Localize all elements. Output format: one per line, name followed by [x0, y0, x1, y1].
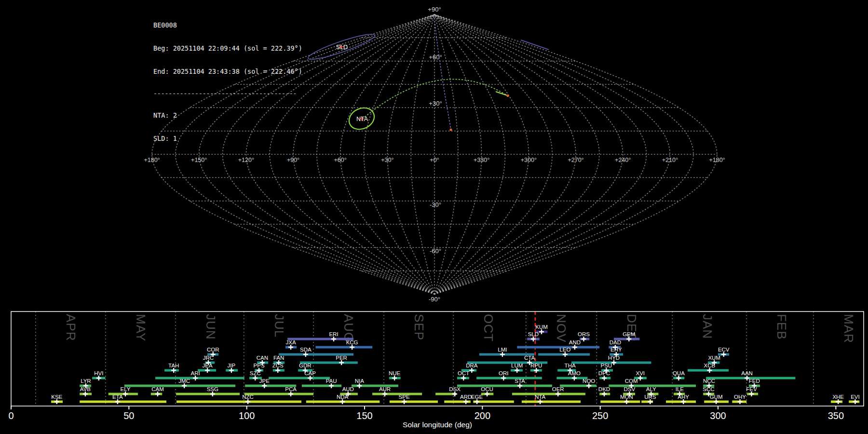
x-tick-label-200: 200: [475, 410, 490, 421]
peak-marker-kse: [54, 399, 59, 404]
peak-marker-gum: [714, 399, 719, 404]
peak-marker-kcg: [350, 345, 354, 350]
shower-label-lmi: LMI: [498, 347, 507, 353]
longitude-label: +30°: [381, 157, 393, 163]
shower-bar-spe: [390, 401, 438, 403]
shower-label-jxa: JXA: [286, 339, 296, 345]
peak-marker-kum: [539, 329, 544, 334]
shower-label-pps: PPS: [254, 363, 265, 368]
shower-bar-ori: [476, 377, 542, 380]
station-id: BE0008: [153, 21, 302, 29]
shower-label-amo: AMO: [568, 370, 581, 376]
shower-label-sta: STA: [515, 378, 525, 384]
shower-label-kse: KSE: [51, 394, 62, 400]
peak-marker-and: [572, 345, 577, 350]
longitude-label: +330°: [474, 157, 489, 163]
shower-label-zcs: ZCS: [272, 363, 284, 368]
shower-label-aud: AUD: [342, 386, 354, 392]
month-label-feb: FEB: [774, 314, 789, 340]
shower-label-hvi: HVI: [94, 370, 103, 376]
shower-label-xum: XUM: [708, 355, 720, 361]
shower-bar-ari: [155, 377, 244, 380]
peak-marker-oer: [556, 392, 560, 396]
shower-label-dra: DRA: [466, 363, 478, 368]
separator-line: --------------------------------------: [153, 91, 302, 96]
shower-label-sld: SLD: [528, 331, 539, 337]
nta-count: NTA: 2: [153, 111, 302, 119]
latitude-label: -30°: [430, 201, 441, 208]
shower-label-xhe: XHE: [832, 394, 844, 400]
x-tick-label-0: 0: [8, 410, 14, 421]
month-label-mar: MAR: [841, 314, 856, 343]
peak-marker-nda: [340, 399, 345, 404]
shower-label-ors: ORS: [578, 331, 590, 337]
shower-bar-cap: [269, 377, 330, 380]
month-label-dec: DEC: [624, 314, 639, 342]
peak-marker-jmc: [182, 383, 187, 388]
shower-label-ori: ORI: [499, 370, 508, 376]
shower-label-gdr: GDR: [299, 363, 312, 368]
shower-label-ocu: OCU: [481, 386, 493, 392]
longitude-label: +90°: [287, 157, 299, 163]
peak-marker-ohy: [737, 399, 742, 404]
shower-label-ari: ARI: [191, 370, 200, 376]
shower-label-lyr: LYR: [81, 378, 91, 384]
x-tick-label-100: 100: [239, 410, 255, 421]
shower-bar-kcg: [315, 346, 372, 349]
apex-dotted-line: [434, 18, 451, 129]
longitude-label: +120°: [238, 157, 254, 163]
peak-marker-ard: [463, 399, 468, 404]
shower-label-and: AND: [569, 339, 581, 345]
peak-marker-qua: [676, 376, 681, 380]
shower-bar-pau: [302, 385, 341, 387]
peak-marker-cap: [308, 376, 312, 380]
shower-bar-ssg: [176, 393, 240, 395]
latitude-label: +30°: [429, 100, 442, 107]
peak-marker-zcs: [275, 368, 280, 373]
peak-marker-nta: [538, 399, 542, 404]
shower-label-dsv: DSV: [624, 386, 635, 392]
x-tick-label-150: 150: [356, 410, 372, 421]
shower-label-ehy: EHY: [610, 347, 622, 353]
observation-header: BE0008 Beg: 20251104 22:09:44 (sol = 222…: [153, 6, 302, 158]
peak-marker-amo: [572, 376, 577, 380]
shower-label-gum: GUM: [710, 394, 723, 400]
shower-label-fev: FEV: [746, 386, 757, 392]
shower-label-fan: FAN: [273, 355, 284, 361]
sld-count: SLD: 1: [153, 135, 302, 142]
shower-bar-eta: [80, 401, 166, 403]
shower-label-cta: CTA: [524, 355, 535, 361]
month-label-sep: SEP: [412, 314, 426, 340]
peak-marker-ors: [581, 337, 586, 341]
shower-label-rpu: RPU: [530, 363, 542, 368]
peak-marker-nia: [357, 383, 362, 388]
peak-marker-urs: [648, 399, 652, 404]
peak-marker-jip: [229, 368, 234, 373]
shower-label-jip: JIP: [228, 363, 236, 368]
shower-label-evi: EVI: [851, 394, 860, 400]
shower-label-aur: AUR: [379, 386, 391, 392]
month-label-nov: NOV: [554, 314, 569, 342]
peak-marker-dpc: [602, 376, 607, 380]
peak-marker-eri: [331, 337, 336, 341]
shower-label-jmc: JMC: [178, 378, 190, 384]
shower-label-nzc: NZC: [242, 394, 254, 400]
longitude-label: +150°: [191, 157, 207, 163]
shower-label-per: PER: [336, 355, 347, 361]
longitude-label: +0°: [430, 157, 439, 163]
longitude-label: +240°: [615, 157, 631, 163]
longitude-label: +60°: [334, 157, 347, 163]
longitude-label: +180°: [144, 157, 160, 163]
peak-marker-oct: [461, 376, 466, 380]
peak-marker-sta: [517, 383, 522, 388]
peak-marker-cam: [155, 392, 160, 396]
month-label-jun: JUN: [203, 314, 218, 340]
shower-bar-nzc: [176, 401, 301, 403]
shower-label-eta: ETA: [112, 394, 123, 400]
radiant-label-nta: NTA: [356, 116, 368, 122]
shower-label-dad: DAD: [610, 339, 621, 345]
shower-bar-aur: [372, 393, 422, 395]
shower-label-nia: NIA: [355, 378, 365, 384]
shower-label-xvi: XVI: [636, 370, 645, 376]
shower-label-szc: SZC: [250, 370, 261, 376]
